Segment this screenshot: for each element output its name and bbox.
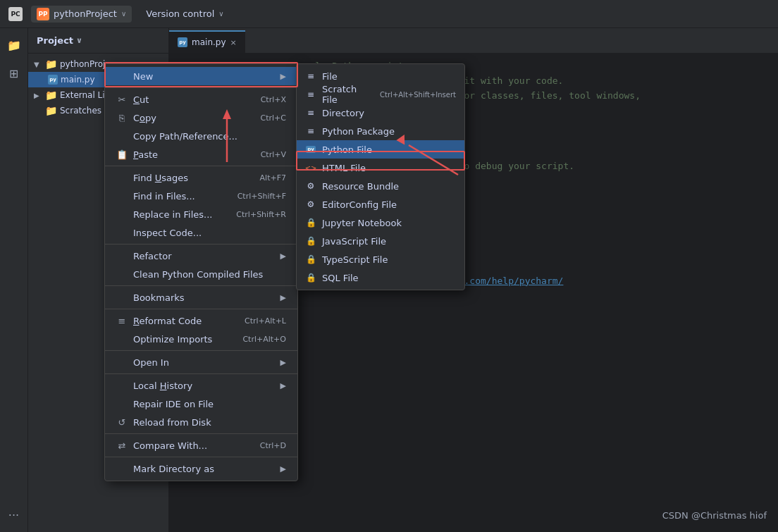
typescript-icon: 🔒 [305, 254, 316, 265]
submenu-item-typescript[interactable]: 🔒 TypeScript File [297, 250, 464, 268]
menu-separator [105, 166, 297, 166]
bookmarks-icon [116, 292, 128, 303]
tab-close-button[interactable]: × [230, 38, 237, 47]
tab-label: main.py [192, 37, 226, 47]
menu-item-cut[interactable]: ✂ Cut Ctrl+X [105, 90, 297, 109]
menu-item-open-in[interactable]: Open In ▶ [105, 353, 297, 371]
menu-item-repair-ide[interactable]: Repair IDE on File [105, 395, 297, 413]
directory-icon: ≡ [305, 107, 316, 118]
submenu-item-sql[interactable]: 🔒 SQL File [297, 268, 464, 287]
find-usages-icon [116, 172, 128, 183]
menu-item-compare-with[interactable]: ⇄ Compare With... Ctrl+D [105, 436, 297, 454]
submenu-new: ≡ File ≡ Scratch File Ctrl+Alt+Shift+Ins… [296, 63, 465, 290]
tree-expand-icon: ▶ [34, 92, 42, 99]
submenu-item-label: Python Package [322, 126, 395, 137]
brand-icon: PP [37, 8, 49, 20]
menu-item-label: Optimize Imports [133, 334, 212, 345]
menu-item-new[interactable]: New ▶ [105, 67, 297, 85]
submenu-arrow-icon: ▶ [280, 293, 286, 302]
python-file-icon: py [48, 75, 58, 85]
shortcut-label: Ctrl+Alt+O [242, 335, 286, 344]
submenu-item-python-file[interactable]: py Python File [297, 140, 464, 159]
menu-item-copy-path[interactable]: Copy Path/Reference... [105, 127, 297, 145]
python-file-icon: py [305, 144, 316, 155]
chevron-down-icon: ∨ [121, 10, 126, 18]
menu-item-replace-files[interactable]: Replace in Files... Ctrl+Shift+R [105, 205, 297, 223]
submenu-arrow-icon: ▶ [280, 252, 286, 261]
scratch-file-icon: ≡ [305, 89, 316, 100]
mark-dir-icon [116, 463, 128, 474]
menu-separator [105, 285, 297, 286]
submenu-item-label: JavaScript File [322, 236, 386, 247]
submenu-item-label: Python File [322, 144, 372, 155]
submenu-arrow-icon: ▶ [280, 358, 286, 367]
sql-icon: 🔒 [305, 272, 316, 283]
submenu-item-python-package[interactable]: ≡ Python Package [297, 122, 464, 140]
file-icon: ≡ [305, 70, 316, 82]
shortcut-label: Alt+F7 [260, 173, 286, 183]
resource-bundle-icon: ⚙ [305, 180, 316, 192]
jupyter-icon: 🔒 [305, 217, 316, 228]
menu-item-local-history[interactable]: Local History ▶ [105, 376, 297, 395]
refactor-icon [116, 250, 128, 261]
menu-item-label: Find in Files... [133, 191, 195, 202]
menu-item-refactor[interactable]: Refactor ▶ [105, 247, 297, 265]
tab-bar: py main.py × [169, 28, 778, 54]
more-icon[interactable]: ··· [3, 504, 25, 526]
menu-item-mark-directory[interactable]: Mark Directory as ▶ [105, 459, 297, 478]
menu-item-label: Copy [133, 113, 156, 123]
icon-bar: 📁 ⊞ ··· [0, 28, 28, 532]
menu-item-label: Copy Path/Reference... [133, 131, 237, 142]
menu-item-paste[interactable]: 📋 Paste Ctrl+V [105, 145, 297, 163]
tree-item-label: main.py [61, 75, 95, 85]
submenu-item-file[interactable]: ≡ File [297, 67, 464, 85]
folder-icon: 📁 [45, 89, 57, 101]
optimize-icon [116, 333, 128, 345]
menu-item-optimize-imports[interactable]: Optimize Imports Ctrl+Alt+O [105, 330, 297, 348]
reload-icon: ↺ [116, 416, 128, 428]
submenu-item-label: Directory [322, 108, 364, 118]
shortcut-label: Ctrl+Shift+R [236, 210, 286, 219]
submenu-item-scratch-file[interactable]: ≡ Scratch File Ctrl+Alt+Shift+Insert [297, 85, 464, 104]
submenu-item-javascript[interactable]: 🔒 JavaScript File [297, 232, 464, 250]
submenu-arrow-icon: ▶ [280, 72, 286, 81]
javascript-icon: 🔒 [305, 235, 316, 247]
menu-item-reload-disk[interactable]: ↺ Reload from Disk [105, 413, 297, 431]
submenu-item-label: Jupyter Notebook [322, 218, 402, 228]
new-icon [116, 70, 128, 82]
submenu-item-label: TypeScript File [322, 254, 388, 265]
menu-item-label: Open In [133, 357, 169, 368]
menu-item-find-usages[interactable]: Find Usages Alt+F7 [105, 168, 297, 187]
menu-item-reformat-code[interactable]: ≡ Reformat Code Ctrl+Alt+L [105, 311, 297, 330]
tree-expand-icon: ▼ [34, 61, 42, 68]
shortcut-label: Ctrl+Alt+Shift+Insert [380, 91, 456, 99]
tab-file-icon: py [178, 37, 187, 47]
submenu-item-directory[interactable]: ≡ Directory [297, 104, 464, 122]
copy-path-icon [116, 130, 128, 142]
menu-item-find-files[interactable]: Find in Files... Ctrl+Shift+F [105, 187, 297, 205]
open-in-icon [116, 357, 128, 368]
menu-separator [105, 433, 297, 434]
submenu-item-label: Scratch File [322, 84, 374, 105]
project-icon[interactable]: 📁 [3, 34, 25, 56]
menu-item-inspect-code[interactable]: Inspect Code... [105, 223, 297, 242]
version-control-menu[interactable]: Version control ∨ [140, 6, 229, 22]
menu-item-clean-python[interactable]: Clean Python Compiled Files [105, 265, 297, 283]
submenu-item-label: HTML File [322, 163, 366, 173]
menu-item-label: Inspect Code... [133, 228, 202, 238]
submenu-item-editorconfig[interactable]: ⚙ EditorConfig File [297, 195, 464, 214]
menu-item-label: Reload from Disk [133, 417, 211, 428]
submenu-item-jupyter[interactable]: 🔒 Jupyter Notebook [297, 214, 464, 232]
shortcut-label: Ctrl+D [260, 441, 286, 450]
menu-item-label: Mark Directory as [133, 464, 214, 474]
menu-item-label: Refactor [133, 251, 172, 261]
shortcut-label: Ctrl+X [261, 95, 286, 104]
submenu-item-resource-bundle[interactable]: ⚙ Resource Bundle [297, 177, 464, 195]
project-selector[interactable]: PP pythonProject ∨ [31, 6, 132, 23]
structure-icon[interactable]: ⊞ [3, 62, 25, 85]
menu-item-copy[interactable]: ⎘ Copy Ctrl+C [105, 109, 297, 127]
menu-item-bookmarks[interactable]: Bookmarks ▶ [105, 288, 297, 307]
submenu-item-html-file[interactable]: <> HTML File [297, 159, 464, 177]
tab-mainpy[interactable]: py main.py × [169, 30, 245, 53]
submenu-arrow-icon: ▶ [280, 464, 286, 474]
